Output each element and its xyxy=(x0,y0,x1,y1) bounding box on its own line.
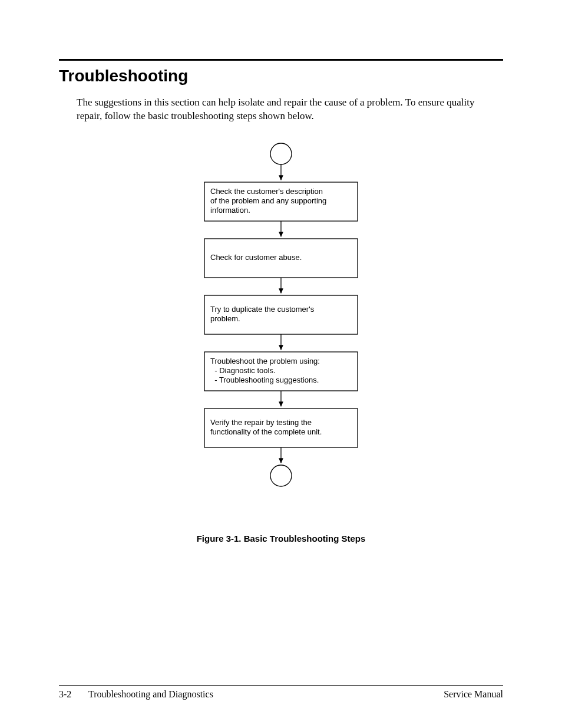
top-rule xyxy=(59,59,503,61)
step4-line3: - Troubleshooting suggestions. xyxy=(210,375,319,384)
step2-line1: Check for customer abuse. xyxy=(210,253,302,262)
step1-line1: Check the customer's description xyxy=(210,187,323,196)
footer-rule xyxy=(59,685,503,686)
step1-line3: information. xyxy=(210,206,250,215)
step3-line1: Try to duplicate the customer's xyxy=(210,305,315,314)
step4-line1: Troubleshoot the problem using: xyxy=(210,357,320,365)
end-node xyxy=(270,465,292,486)
footer-chapter: Troubleshooting and Diagnostics xyxy=(88,689,444,700)
footer-page-number: 3-2 xyxy=(59,689,88,700)
figure-caption: Figure 3-1. Basic Troubleshooting Steps xyxy=(59,533,503,543)
page: Troubleshooting The suggestions in this … xyxy=(0,0,562,728)
step4-line2: - Diagnostic tools. xyxy=(210,366,276,375)
flowchart-container: Check the customer's description of the … xyxy=(59,141,503,524)
section-heading: Troubleshooting xyxy=(59,67,503,85)
flowchart: Check the customer's description of the … xyxy=(193,141,369,524)
start-node xyxy=(270,143,292,164)
step1-line2: of the problem and any supporting xyxy=(210,196,326,205)
step5-line2: functionality of the complete unit. xyxy=(210,427,322,436)
footer-manual: Service Manual xyxy=(444,689,503,700)
intro-paragraph: The suggestions in this section can help… xyxy=(77,96,497,123)
step5-line1: Verify the repair by testing the xyxy=(210,418,312,427)
page-footer: 3-2 Troubleshooting and Diagnostics Serv… xyxy=(59,685,503,700)
step3-line2: problem. xyxy=(210,314,240,323)
